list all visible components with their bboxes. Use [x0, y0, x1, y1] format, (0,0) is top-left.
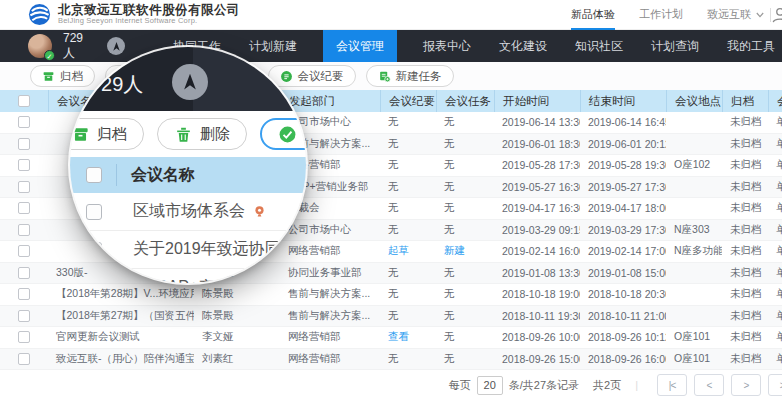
nav-items: 协同工作计划新建会议管理报表中心文化建设知识社区计划查询我的工具表单应用协同驾驶… — [171, 30, 782, 62]
nav-item-计划新建[interactable]: 计划新建 — [247, 30, 299, 62]
row-checkbox[interactable] — [18, 288, 30, 300]
nav-item-我的工具[interactable]: 我的工具 — [725, 30, 777, 62]
table-cell: 2019-06-14 16:45 — [580, 112, 666, 133]
prev-page-button[interactable]: < — [694, 374, 724, 396]
table-cell: 2018-10-18 19:00 — [494, 284, 580, 305]
row-checkbox[interactable] — [18, 310, 30, 322]
person-icon[interactable] — [771, 5, 782, 25]
table-cell: 无 — [436, 306, 494, 327]
table-cell: 无 — [436, 220, 494, 241]
table-cell — [666, 306, 722, 327]
column-header-发起部门[interactable]: 发起部门 — [280, 90, 380, 112]
table-row[interactable]: 官网更新会议测试李文娅网络营销部查看无2018-09-26 10:002018-… — [0, 327, 782, 349]
table-cell: 官网更新会议测试 — [48, 327, 194, 348]
table-row[interactable]: 330版-李继红协同业务事业部无无2019-01-08 13:302019-01… — [0, 263, 782, 285]
next-page-button[interactable]: > — [731, 374, 761, 396]
table-cell: 无 — [380, 134, 436, 155]
table-cell: 无 — [380, 284, 436, 305]
column-divider — [116, 164, 117, 186]
table-cell: 未归档 — [722, 263, 768, 284]
table-cell: 陈景殿 — [194, 306, 280, 327]
row-checkbox[interactable] — [18, 202, 30, 214]
member-count: 729人 — [63, 31, 83, 62]
toolbar-button-删除[interactable]: 删除 — [157, 118, 247, 150]
table-cell: 单 — [768, 155, 782, 176]
table-cell: 单 — [768, 177, 782, 198]
table-cell: 2019-05-28 17:30 — [494, 155, 580, 176]
table-cell: 【2018年第27期】（国资五件套之）智慧党建... — [48, 306, 194, 327]
table-cell: 无 — [436, 112, 494, 133]
first-page-button[interactable]: |< — [657, 374, 687, 396]
row-checkbox[interactable] — [18, 159, 30, 171]
table-row[interactable]: 致远互联-（用心）陪伴沟通宝典（训风采）测...刘素红网络营销部无无2018-0… — [0, 349, 782, 371]
top-link-新品体验[interactable]: 新品体验 — [571, 0, 615, 30]
row-checkbox[interactable] — [18, 353, 30, 365]
column-header-开始时间[interactable]: 开始时间 — [494, 90, 580, 112]
new-task-icon — [378, 70, 391, 83]
table-cell: 未归档 — [722, 284, 768, 305]
row-checkbox[interactable] — [18, 224, 30, 236]
table-cell[interactable]: 查看 — [380, 327, 436, 348]
table-cell: 2019-01-08 15:00 — [580, 263, 666, 284]
column-header-会[interactable]: 会 — [768, 90, 782, 112]
table-cell — [666, 134, 722, 155]
top-link-工作计划[interactable]: 工作计划 — [639, 0, 683, 30]
table-cell: N座多功能厅 — [666, 241, 722, 262]
last-page-button[interactable]: >| — [768, 374, 782, 396]
table-cell: 单 — [768, 349, 782, 370]
toolbar-button-归档[interactable]: 归档 — [70, 118, 144, 150]
table-cell: 网络营销部 — [280, 241, 380, 262]
nav-item-知识社区[interactable]: 知识社区 — [573, 30, 625, 62]
column-header-会议任务[interactable]: 会议任务 — [436, 90, 494, 112]
row-checkbox[interactable] — [18, 138, 30, 150]
pagination-bar: 每页 条/共27条记录 共2页 | |<<>>| — [0, 370, 782, 400]
rocket-icon[interactable] — [107, 37, 125, 55]
toolbar-button-新建任务[interactable]: 新建任务 — [366, 65, 454, 87]
table-cell[interactable]: 新建 — [436, 241, 494, 262]
row-checkbox[interactable] — [86, 204, 102, 220]
page-size-input[interactable] — [477, 376, 503, 395]
pager-buttons: |<<>>| — [650, 374, 782, 396]
column-header-归档[interactable]: 归档 — [722, 90, 768, 112]
table-cell — [666, 263, 722, 284]
top-header: 北京致远互联软件股份有限公司 BeiJing Seeyon Internet S… — [0, 0, 782, 30]
table-row[interactable]: 【2018年第27期】（国资五件套之）智慧党建...陈景殿售前与解决方案...无… — [0, 306, 782, 328]
table-cell — [666, 177, 722, 198]
column-header-结束时间[interactable]: 结束时间 — [580, 90, 666, 112]
table-cell: 无 — [380, 177, 436, 198]
row-checkbox[interactable] — [18, 245, 30, 257]
select-all-checkbox[interactable] — [18, 95, 30, 107]
toolbar-button-归档[interactable]: 归档 — [30, 65, 95, 87]
main-navbar: ✓ 729人 协同工作计划新建会议管理报表中心文化建设知识社区计划查询我的工具表… — [0, 30, 782, 62]
nav-item-文化建设[interactable]: 文化建设 — [497, 30, 549, 62]
table-row[interactable]: 【2018年第28期】V...环境应用指...陈景殿售前与解决方案...无无20… — [0, 284, 782, 306]
toolbar-button-label: 会议纪要 — [298, 69, 344, 84]
magnified-row[interactable]: 区域市场体系会 — [70, 193, 306, 231]
nav-item-计划查询[interactable]: 计划查询 — [649, 30, 701, 62]
table-cell[interactable]: 起草 — [380, 241, 436, 262]
row-checkbox[interactable] — [18, 331, 30, 343]
table-cell: 网络营销部 — [280, 327, 380, 348]
select-all-checkbox[interactable] — [86, 167, 102, 183]
online-status-badge: ✓ — [44, 50, 55, 61]
nav-item-会议管理[interactable]: 会议管理 — [323, 30, 397, 62]
top-link-致远互联[interactable]: 致远互联 — [707, 0, 764, 30]
row-checkbox-cell — [0, 263, 48, 284]
webcam-icon — [252, 204, 267, 219]
column-header-会议纪要[interactable]: 会议纪要 — [380, 90, 436, 112]
row-checkbox-cell — [0, 306, 48, 327]
table-cell: 2019-04-17 16:30 — [494, 198, 580, 219]
company-name-en: BeiJing Seeyon Internet Software Corp. — [58, 17, 240, 25]
table-cell — [666, 198, 722, 219]
table-cell: 协同业务事业部 — [280, 263, 380, 284]
avatar[interactable]: ✓ — [28, 34, 52, 58]
column-header-会议地点[interactable]: 会议地点 — [666, 90, 722, 112]
table-cell: 2019-05-27 17:30 — [580, 177, 666, 198]
row-checkbox[interactable] — [18, 181, 30, 193]
table-cell: 单 — [768, 327, 782, 348]
toolbar-button-会议纪要[interactable]: 会议纪要 — [268, 65, 356, 87]
nav-item-报表中心[interactable]: 报表中心 — [421, 30, 473, 62]
row-checkbox[interactable] — [18, 267, 30, 279]
per-page-label: 每页 — [449, 378, 471, 393]
row-checkbox[interactable] — [18, 116, 30, 128]
